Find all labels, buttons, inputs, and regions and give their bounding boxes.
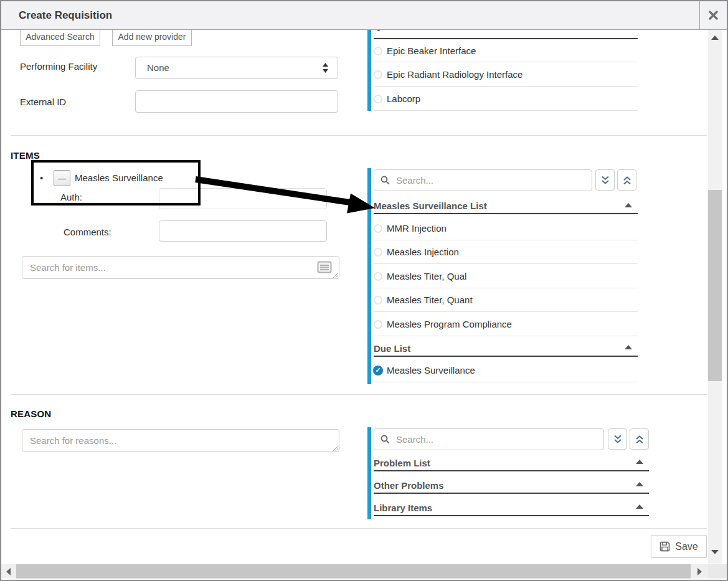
external-id-label: External ID <box>20 97 66 107</box>
list-item[interactable]: MMR Injection <box>374 223 447 234</box>
annotation-highlight-box <box>31 160 201 205</box>
list-item[interactable]: Measles Program Compliance <box>374 319 512 329</box>
close-button[interactable] <box>699 1 727 29</box>
row-separator <box>374 382 638 382</box>
radio-icon <box>374 248 382 257</box>
double-chevron-up-icon <box>623 176 631 185</box>
list-item-label: Epic Beaker Interface <box>387 45 476 56</box>
group-header-underline <box>374 356 638 357</box>
group-header[interactable]: Due List <box>374 343 410 354</box>
group-header-underline <box>374 493 649 494</box>
list-item[interactable]: Labcorp <box>374 93 420 104</box>
list-item-label: Measles Titer, Quant <box>387 295 473 305</box>
reason-panel-search <box>374 428 604 450</box>
radio-icon <box>374 95 382 103</box>
row-separator <box>374 240 638 240</box>
group-header[interactable]: Other Problems <box>374 480 444 491</box>
resize-handle-icon[interactable] <box>333 445 339 451</box>
add-new-provider-button[interactable]: Add new provider <box>112 27 192 46</box>
performing-facility-value: None <box>147 62 169 73</box>
comments-input[interactable] <box>159 220 327 242</box>
list-item[interactable]: Measles Titer, Qual <box>374 271 466 281</box>
radio-icon <box>374 296 382 305</box>
external-id-input[interactable] <box>135 90 338 113</box>
vertical-scrollbar[interactable] <box>708 29 722 564</box>
expand-all-button[interactable] <box>608 428 627 450</box>
collapse-arrow-icon[interactable] <box>625 203 632 207</box>
quick-list-header-underline <box>374 38 638 39</box>
row-separator <box>374 62 638 62</box>
collapse-arrow-icon[interactable] <box>636 504 643 509</box>
reason-panel-accent-bar <box>367 427 371 519</box>
group-header-underline <box>374 515 649 516</box>
radio-icon <box>374 47 382 55</box>
performing-facility-select[interactable]: None <box>135 57 338 79</box>
reason-search-box <box>22 429 339 452</box>
search-icon <box>381 176 390 185</box>
list-item-label: Measles Injection <box>387 247 459 257</box>
create-requisition-modal: Advanced Search Add new provider Perform… <box>0 0 728 581</box>
comments-label: Comments: <box>64 227 111 237</box>
collapse-all-button[interactable] <box>617 169 636 191</box>
modal-title: Create Requisition <box>19 1 112 29</box>
row-separator <box>374 263 638 264</box>
items-panel-search-input[interactable] <box>395 174 585 186</box>
section-divider <box>11 394 707 395</box>
items-search-box <box>22 256 339 279</box>
row-separator <box>374 336 638 336</box>
collapse-arrow-icon[interactable] <box>636 460 643 464</box>
advanced-search-button[interactable]: Advanced Search <box>20 27 100 46</box>
radio-icon <box>374 320 382 329</box>
radio-icon <box>374 70 382 79</box>
quick-list-accent-bar <box>367 29 371 111</box>
list-item-label: Labcorp <box>387 93 420 104</box>
save-button[interactable]: Save <box>651 535 707 558</box>
search-icon <box>381 435 390 444</box>
group-header[interactable]: Measles Surveillance List <box>374 201 487 211</box>
list-item-label: MMR Injection <box>387 223 447 234</box>
list-item-selected[interactable]: ✓ Measles Surveillance <box>373 365 475 376</box>
collapse-arrow-icon[interactable] <box>636 482 643 486</box>
scroll-up-icon[interactable] <box>711 35 719 40</box>
list-item[interactable]: Epic Radiant Radiology Interface <box>374 69 522 80</box>
radio-icon <box>374 224 382 233</box>
check-icon: ✓ <box>373 366 383 376</box>
reason-panel-search-input[interactable] <box>395 433 597 445</box>
section-divider <box>11 135 707 136</box>
row-separator <box>374 86 638 87</box>
footer-divider <box>11 528 707 529</box>
scroll-down-icon[interactable] <box>711 550 719 554</box>
select-arrows-icon <box>322 62 329 73</box>
list-picker-icon[interactable] <box>317 261 332 273</box>
horizontal-scrollbar[interactable] <box>1 564 708 579</box>
list-item[interactable]: Measles Injection <box>374 247 459 257</box>
row-separator <box>374 110 638 111</box>
horizontal-scrollbar-thumb[interactable] <box>16 564 691 579</box>
scroll-right-icon[interactable] <box>697 568 702 575</box>
items-heading: ITEMS <box>11 150 40 161</box>
list-item-label: Measles Surveillance <box>387 365 475 376</box>
row-separator <box>374 288 638 288</box>
resize-handle-icon[interactable] <box>333 272 339 278</box>
scrollbar-corner <box>708 564 727 579</box>
items-search-input[interactable] <box>22 256 339 279</box>
list-item-label: Epic Radiant Radiology Interface <box>387 69 522 80</box>
list-item-label: Measles Titer, Qual <box>387 271 466 281</box>
group-header[interactable]: Library Items <box>374 503 432 513</box>
list-item[interactable]: Epic Beaker Interface <box>374 45 476 56</box>
save-icon <box>659 541 670 552</box>
expand-all-button[interactable] <box>595 169 615 191</box>
collapse-arrow-icon[interactable] <box>625 345 632 349</box>
vertical-scrollbar-thumb[interactable] <box>708 190 722 381</box>
close-icon <box>709 11 718 20</box>
list-item[interactable]: Measles Titer, Quant <box>374 295 473 305</box>
performing-facility-label: Performing Facility <box>20 61 97 72</box>
reason-search-input[interactable] <box>22 429 339 452</box>
group-header-underline <box>374 470 649 471</box>
scroll-left-icon[interactable] <box>6 568 11 575</box>
collapse-all-button[interactable] <box>630 428 649 450</box>
reason-heading: REASON <box>11 409 51 419</box>
save-label: Save <box>675 541 697 552</box>
group-header[interactable]: Problem List <box>374 458 430 468</box>
list-item-label: Measles Program Compliance <box>387 319 512 329</box>
